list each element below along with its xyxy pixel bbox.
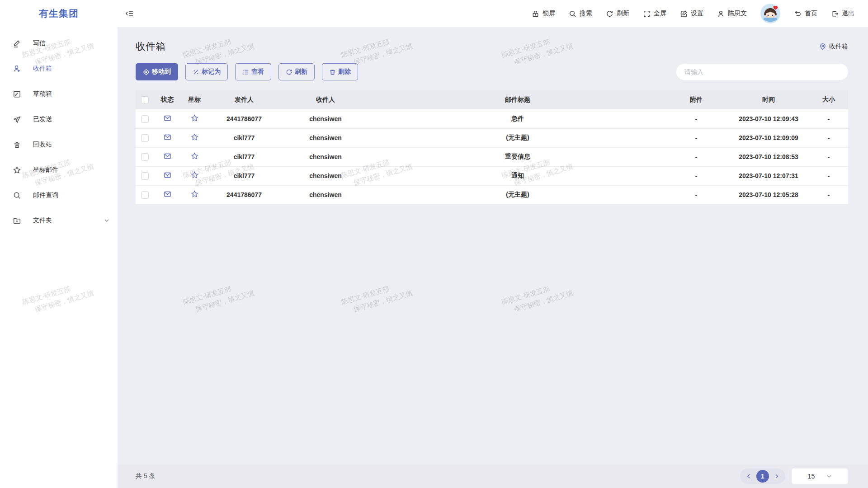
current-user-button[interactable]: 陈思文 — [717, 9, 747, 18]
sidebar-item-label: 已发送 — [33, 115, 52, 123]
table-row[interactable]: cikl777chensiwen(无主题)-2023-07-10 12:09:0… — [136, 128, 848, 147]
sidebar-item-mail-search[interactable]: 邮件查询 — [0, 183, 118, 208]
time-cell: 2023-07-10 12:07:31 — [728, 166, 809, 185]
subject-cell: 重要信息 — [371, 147, 665, 166]
page-title: 收件箱 — [136, 40, 165, 53]
select-all-checkbox[interactable] — [141, 96, 149, 104]
column-header-subject: 邮件标题 — [371, 90, 665, 109]
time-cell: 2023-07-10 12:08:53 — [728, 147, 809, 166]
star-icon[interactable] — [191, 114, 198, 122]
sender-cell: cikl777 — [208, 147, 280, 166]
size-cell: - — [809, 147, 848, 166]
table-row[interactable]: cikl777chensiwen重要信息-2023-07-10 12:08:53… — [136, 147, 848, 166]
row-checkbox[interactable] — [141, 115, 149, 123]
row-checkbox[interactable] — [141, 134, 149, 142]
unread-envelope-icon[interactable] — [164, 190, 171, 198]
subject-cell: (无主题) — [371, 128, 665, 147]
pagination: 1 — [740, 469, 785, 484]
sidebar-item-label: 邮件查询 — [33, 191, 58, 199]
page-size-value: 15 — [808, 473, 815, 480]
refresh-list-button[interactable]: 刷新 — [278, 63, 315, 80]
star-icon[interactable] — [191, 190, 198, 198]
recipient-cell: chensiwen — [280, 128, 371, 147]
sidebar-item-folders[interactable]: 文件夹 — [0, 208, 118, 233]
time-cell: 2023-07-10 12:09:43 — [728, 109, 809, 128]
next-page-button[interactable] — [771, 470, 783, 482]
sidebar-item-compose[interactable]: 写信 — [0, 31, 118, 56]
delete-button[interactable]: 删除 — [322, 63, 358, 80]
pencil-icon — [13, 39, 21, 48]
sender-cell: cikl777 — [208, 166, 280, 185]
unread-envelope-icon[interactable] — [164, 171, 171, 179]
row-checkbox[interactable] — [141, 153, 149, 161]
sidebar-item-drafts[interactable]: 草稿箱 — [0, 81, 118, 107]
settings-button[interactable]: 设置 — [680, 9, 703, 18]
table-row[interactable]: 2441786077chensiwen(无主题)-2023-07-10 12:0… — [136, 185, 848, 204]
edit-square-icon — [680, 10, 688, 18]
time-cell: 2023-07-10 12:05:28 — [728, 185, 809, 204]
fullscreen-button[interactable]: 全屏 — [643, 9, 666, 18]
row-checkbox[interactable] — [141, 172, 149, 180]
table-row[interactable]: cikl777chensiwen通知-2023-07-10 12:07:31- — [136, 166, 848, 185]
mark-as-button[interactable]: 标记为 — [185, 63, 228, 80]
sidebar-item-label: 星标邮件 — [33, 166, 58, 174]
sidebar-item-label: 写信 — [33, 39, 46, 47]
trash-icon — [329, 69, 336, 75]
menu-collapse-icon[interactable] — [125, 9, 135, 19]
prev-page-button[interactable] — [743, 470, 755, 482]
search-icon — [569, 10, 576, 18]
column-header-time: 时间 — [728, 90, 809, 109]
home-button[interactable]: 首页 — [794, 9, 817, 18]
column-header-status: 状态 — [154, 90, 181, 109]
sidebar-item-label: 回收站 — [33, 141, 52, 149]
search-input[interactable] — [676, 64, 848, 80]
nav-label: 全屏 — [654, 9, 666, 18]
sidebar-item-trash[interactable]: 回收站 — [0, 132, 118, 157]
sender-cell: 2441786077 — [208, 109, 280, 128]
nav-label: 设置 — [691, 9, 703, 18]
topbar: 锁屏 搜索 刷新 全屏 设置 — [118, 0, 868, 27]
move-to-button[interactable]: 移动到 — [136, 63, 178, 80]
table-row[interactable]: 2441786077chensiwen急件-2023-07-10 12:09:4… — [136, 109, 848, 128]
button-label: 移动到 — [152, 68, 171, 76]
nav-label: 刷新 — [617, 9, 629, 18]
star-icon[interactable] — [191, 152, 198, 160]
sidebar-item-sent[interactable]: 已发送 — [0, 107, 118, 132]
column-header-sender: 发件人 — [208, 90, 280, 109]
column-header-attachment: 附件 — [665, 90, 728, 109]
logout-button[interactable]: 退出 — [831, 9, 854, 18]
subject-cell: (无主题) — [371, 185, 665, 204]
search-button[interactable]: 搜索 — [569, 9, 592, 18]
recipient-cell: chensiwen — [280, 109, 371, 128]
folder-plus-icon — [13, 216, 21, 225]
view-button[interactable]: 查看 — [235, 63, 271, 80]
sidebar-item-inbox[interactable]: 收件箱 — [0, 56, 118, 81]
star-icon[interactable] — [191, 171, 198, 179]
refresh-button[interactable]: 刷新 — [606, 9, 629, 18]
sidebar-item-starred[interactable]: 星标邮件 — [0, 157, 118, 183]
button-label: 查看 — [251, 68, 264, 76]
breadcrumb-label: 收件箱 — [829, 42, 848, 51]
brand-logo[interactable]: 有生集团 — [0, 0, 118, 27]
sidebar-item-label: 文件夹 — [33, 216, 52, 225]
row-checkbox[interactable] — [141, 191, 149, 199]
sidebar-item-label: 收件箱 — [33, 65, 52, 73]
recipient-cell: chensiwen — [280, 166, 371, 185]
undo-home-icon — [794, 10, 802, 18]
page-number-button[interactable]: 1 — [756, 470, 769, 483]
breadcrumb[interactable]: 收件箱 — [819, 42, 848, 51]
unread-envelope-icon[interactable] — [164, 133, 171, 141]
logout-icon — [831, 10, 839, 18]
size-cell: - — [809, 166, 848, 185]
lock-screen-button[interactable]: 锁屏 — [532, 9, 555, 18]
button-label: 删除 — [338, 68, 351, 76]
page-size-select[interactable]: 15 — [792, 468, 848, 484]
unread-envelope-icon[interactable] — [164, 152, 171, 160]
chevron-down-icon — [104, 218, 109, 223]
unread-envelope-icon[interactable] — [164, 114, 171, 122]
avatar[interactable] — [760, 4, 780, 23]
sender-cell: 2441786077 — [208, 185, 280, 204]
total-count: 共 5 条 — [136, 472, 156, 480]
time-cell: 2023-07-10 12:09:09 — [728, 128, 809, 147]
star-icon[interactable] — [191, 133, 198, 141]
